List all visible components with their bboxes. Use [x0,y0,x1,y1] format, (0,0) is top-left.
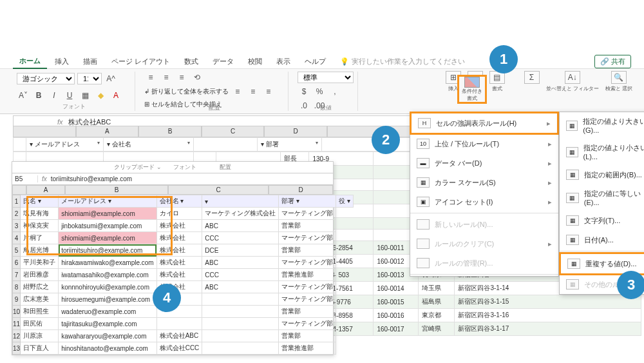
menu2-item-0[interactable]: ▦指定の値より大きい(G)... [560,112,644,139]
autosum-btn[interactable]: Σ [524,71,540,84]
list-item[interactable]: 5鳥居光博toriimitsuhiro@example.com株式会社DCE営業… [13,244,354,257]
cond-format-menu: Hセルの強調表示ルール(H)▸10上位 / 下位ルール(T)▸▬データ バー(D… [410,112,559,277]
callout-4: 4 [153,284,181,312]
callout-2: 2 [372,126,400,154]
increase-font-icon[interactable]: A^ [104,73,117,84]
col-A[interactable]: A [76,126,139,137]
find-select-btn[interactable]: 🔍検索と 選択 [605,71,632,92]
tab-review[interactable]: 校閲 [242,55,269,68]
col-D[interactable]: D [264,126,327,137]
percent-icon[interactable]: % [313,86,326,97]
list-item[interactable]: 12川原凉kawahararyou@example.com株式会社ABC営業部 [13,330,354,342]
search-input[interactable]: 💡 実行したい作業を入力してください [340,57,593,66]
list-item[interactable]: 11田尻佑tajiritasuku@example.comマーケティング部 [13,318,354,330]
font-color-icon[interactable]: A [109,90,122,101]
callout-1: 1 [489,45,518,74]
align-bot-icon[interactable]: ≡ [175,72,188,83]
tab-data[interactable]: データ [206,55,240,68]
menu1-item-5[interactable]: 新しいルール(N)... [410,215,558,234]
tab-view[interactable]: 表示 [270,55,297,68]
callout-3: 3 [617,271,644,299]
font-name-select[interactable]: 游ゴシック [17,73,75,84]
decrease-font-icon[interactable]: A˅ [17,90,30,101]
wrap-text-btn[interactable]: ↲ 折り返して全体を表示する [144,87,229,96]
list-item[interactable]: 3神保克実jinbokatsumi@example.com株式会社ABC営業部 [13,220,354,232]
share-button[interactable]: 🔗 共有 [594,55,631,68]
menu2-item-4[interactable]: ▦文字列(T)... [560,211,644,230]
tab-insert[interactable]: 挿入 [48,55,75,68]
fx-icon[interactable]: fx [52,118,68,126]
menu1-item-6[interactable]: ルールのクリア(C)▸ [410,234,558,253]
list-item[interactable]: 9広末恵美hirosuemegumi@example.comマーケティング部 [13,293,354,306]
group-font-label: フォント [17,103,131,111]
sort-filter-btn[interactable]: A↓並べ替えと フィルター [546,71,599,92]
tab-draw[interactable]: 描画 [77,55,104,68]
col-B[interactable]: B [138,126,202,137]
menu1-item-1[interactable]: 10上位 / 下位ルール(T)▸ [410,134,558,153]
fill-color-icon[interactable]: ◆ [94,90,107,101]
highlight-rules-submenu: ▦指定の値より大きい(G)...▦指定の値より小さい(L)...▦指定の範囲内(… [559,112,644,295]
comma-icon[interactable]: , [328,86,341,97]
cond-format-icon [464,77,480,88]
italic-icon[interactable]: I [48,90,61,101]
menu1-item-7[interactable]: ルールの管理(R)... [410,253,558,273]
clip-label: クリップボード ⌄ フォント 配置 [12,162,333,173]
menu2-item-5[interactable]: ▦日付(A)... [560,230,644,250]
mini-namebox[interactable]: B5 [12,175,38,182]
mini-formula: toriimitsuhiro@example.com [51,175,132,182]
font-size-select[interactable]: 11 [77,73,102,84]
menu1-item-0[interactable]: Hセルの強調表示ルール(H)▸ [412,113,557,133]
format-cells-btn[interactable]: ▤書式 [489,71,505,92]
menu2-item-1[interactable]: ▦指定の値より小さい(L)... [560,139,644,165]
align-right-icon[interactable]: ≡ [262,86,275,97]
list-item[interactable]: 6平川美和子hirakawamiwako@example.com株式会社ABCマ… [13,257,354,269]
tab-home[interactable]: ホーム [13,54,47,69]
menu1-item-4[interactable]: ▣アイコン セット(I)▸ [410,192,558,211]
tab-formulas[interactable]: 数式 [178,55,205,68]
currency-icon[interactable]: $ [298,86,310,97]
list-item[interactable]: 4片桐了shiomiami@example.com株式会社CCCマーケティング部 [13,232,354,244]
align-center-icon[interactable]: ≡ [247,86,260,97]
menu1-item-3[interactable]: ▦カラー スケール(S)▸ [410,173,558,192]
tab-help[interactable]: ヘルプ [298,55,332,68]
align-top-icon[interactable]: ≡ [144,72,157,83]
menu1-item-2[interactable]: ▬データ バー(D)▸ [410,153,558,173]
menu2-item-2[interactable]: ▦指定の範囲内(B)... [560,165,644,184]
list-item[interactable]: 7岩田雅彦iwatamasahiko@example.com株式会社CCC営業推… [13,269,354,281]
overlay-sheet: クリップボード ⌄ フォント 配置 B5fxtoriimitsuhiro@exa… [12,161,334,355]
tab-layout[interactable]: ページ レイアウト [105,55,176,68]
group-number-label: 数値 [298,104,354,112]
list-item[interactable]: 13日下直人hinoshitanaoto@example.com株式会社CCC営… [13,342,354,355]
orientation-icon[interactable]: ⟲ [191,72,204,83]
conditional-format-button[interactable]: 条件付き 書式 [457,75,487,104]
ribbon-tabs: ホーム 挿入 描画 ページ レイアウト 数式 データ 校閲 表示 ヘルプ 💡 実… [0,55,644,69]
col-C[interactable]: C [202,126,265,137]
bold-icon[interactable]: B [32,90,45,101]
mini-fx-icon: fx [38,175,51,182]
border-icon[interactable]: ▦ [79,90,91,101]
underline-icon[interactable]: U [63,90,76,101]
group-align-label: 配置 [144,104,284,112]
number-format-select[interactable]: 標準 [298,72,354,83]
menu2-item-3[interactable]: ▦指定の値に等しい(E)... [560,184,644,211]
list-item[interactable]: 8紺野広之konnnohiroyuki@example.com株式会社ABCマー… [13,281,354,293]
list-item[interactable]: 2塩見有海shiomiami@example.comカイロマーケティング株式会社… [13,208,354,220]
list-item[interactable]: 10和田照生wadateruo@example.com営業部 [13,306,354,318]
align-left-icon[interactable]: ≡ [231,86,244,97]
align-mid-icon[interactable]: ≡ [160,72,173,83]
